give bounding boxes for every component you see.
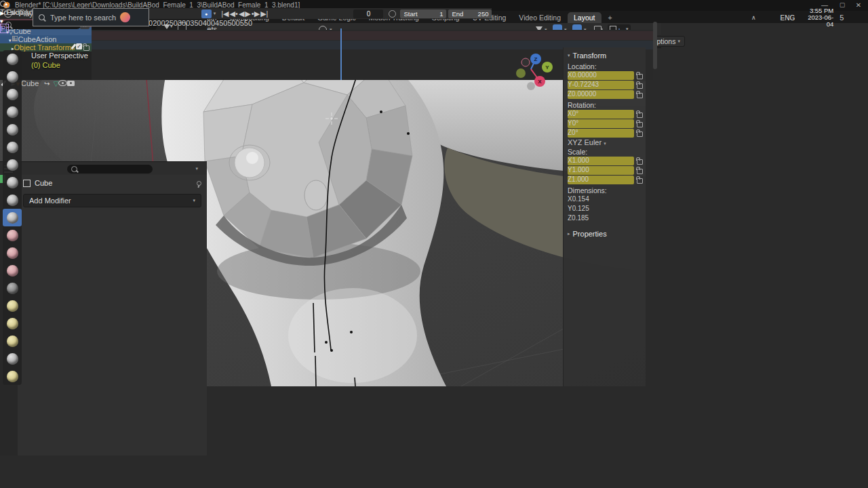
properties-panel-header[interactable]: ▸ Properties — [568, 228, 643, 239]
workspace-tab-video-editing[interactable]: Video Editing — [513, 12, 567, 23]
lock-icon[interactable] — [637, 159, 643, 165]
location-fields: X0.00000Y-0.72243Z0.00000 — [568, 71, 643, 99]
current-frame-field[interactable]: 0 — [353, 9, 383, 18]
playback-transport: |◀◀•◀▶•▶▶| — [221, 9, 268, 18]
location-label: Location: — [568, 61, 643, 70]
brush-draw-sharp[interactable] — [3, 68, 22, 85]
brush-layer[interactable] — [3, 138, 22, 156]
brush-fill-icon — [7, 247, 18, 259]
rot-z-field[interactable]: Z0° — [568, 129, 634, 138]
brush-inflate-icon — [7, 159, 18, 171]
brush-crease[interactable] — [3, 191, 22, 209]
brush-draw[interactable] — [3, 50, 22, 68]
outliner-item-label: Cube — [21, 79, 39, 87]
rotation-mode-value: XYZ Euler — [568, 138, 601, 146]
loc-x-field[interactable]: X0.00000 — [568, 71, 634, 80]
lock-icon[interactable] — [637, 113, 643, 118]
sidebar-transform-panel: ▾ Transform Location: X0.00000Y-0.72243Z… — [563, 47, 646, 386]
maximize-button[interactable]: ▢ — [835, 1, 849, 8]
scale-fields: X1.000Y1.000Z1.000 — [568, 157, 643, 184]
brush-scrape[interactable] — [3, 262, 22, 279]
brush-snake-hook[interactable] — [3, 350, 22, 367]
brush-crease-icon — [7, 195, 18, 206]
rot-y-field[interactable]: Y0° — [568, 119, 634, 128]
properties-pin-icon[interactable] — [197, 181, 201, 186]
language-indicator[interactable]: ENG — [781, 14, 795, 22]
lock-icon[interactable] — [637, 178, 643, 184]
brush-clay-thumb[interactable] — [3, 121, 22, 138]
outliner-row-cube[interactable]: ▸▼Cube↪▽ — [0, 79, 207, 88]
jump-to-end-button[interactable]: ▶| — [260, 9, 268, 18]
playhead[interactable] — [340, 28, 342, 80]
dim-x-field[interactable]: X0.154 — [568, 195, 643, 204]
constraint-icon: ↪ — [44, 80, 50, 87]
brush-clay-icon — [7, 89, 18, 100]
scale-x-field[interactable]: X1.000 — [568, 157, 634, 165]
scale-z-field[interactable]: Z1.000 — [568, 176, 634, 184]
tray-chevron-icon[interactable]: ∧ — [751, 14, 756, 21]
breadcrumb-object-name[interactable]: Cube — [35, 179, 193, 187]
properties-caret-icon: ▸ — [568, 231, 570, 237]
dimension-fields: X0.154Y0.125Z0.185 — [568, 195, 643, 223]
lock-icon[interactable] — [637, 93, 643, 98]
lock-icon[interactable] — [637, 169, 643, 174]
brush-elastic-deform[interactable] — [3, 332, 22, 350]
dim-z-field[interactable]: Z0.185 — [568, 214, 643, 223]
timeline-scrollbar[interactable] — [653, 22, 657, 69]
auto-keying-record-button[interactable]: ● — [201, 9, 212, 18]
clock[interactable]: 3:55 PM2023-06-04 — [801, 7, 833, 28]
brush-fill[interactable] — [3, 244, 22, 262]
brush-multiplane-scrape[interactable] — [3, 279, 22, 297]
brush-inflate[interactable] — [3, 156, 22, 174]
panel-caret-icon: ▾ — [568, 53, 570, 58]
play-reverse-button[interactable]: ◀ — [239, 9, 244, 18]
start-button[interactable] — [0, 8, 31, 27]
disable-render-icon[interactable] — [67, 81, 75, 86]
brush-clay[interactable] — [3, 85, 22, 103]
lock-icon[interactable] — [637, 83, 643, 89]
navigation-gizmo[interactable]: Z Y X — [509, 50, 553, 94]
loc-z-field[interactable]: Z0.00000 — [568, 90, 634, 99]
lock-icon[interactable] — [637, 131, 643, 137]
rot-x-field[interactable]: X0° — [568, 110, 634, 119]
channel-lock-icon[interactable] — [83, 45, 90, 51]
rotation-label: Rotation: — [568, 100, 643, 109]
brush-smooth[interactable] — [3, 209, 22, 226]
brush-thumb[interactable] — [3, 367, 22, 385]
windows-taskbar: Type here to search ▶♥Pr ∧ ENG 3:55 PM20… — [0, 8, 9, 33]
channel-enable-checkbox[interactable]: ✓ — [76, 43, 82, 49]
next-keyframe-button[interactable]: •▶ — [252, 9, 260, 18]
loc-y-field[interactable]: Y-0.72243 — [568, 81, 634, 89]
workspace-add-tab[interactable]: + — [602, 12, 618, 23]
dim-y-field[interactable]: Y0.125 — [568, 205, 643, 214]
brush-blob[interactable] — [3, 174, 22, 191]
scale-y-field[interactable]: Y1.000 — [568, 166, 634, 175]
svg-text:Y: Y — [545, 64, 549, 70]
brush-pinch[interactable] — [3, 297, 22, 314]
brush-clay-strips[interactable] — [3, 103, 22, 121]
transform-panel-header[interactable]: ▾ Transform — [568, 50, 643, 61]
play-button[interactable]: ▶ — [245, 9, 250, 18]
search-placeholder: Type here to search — [50, 14, 116, 22]
workspace-tab-layout[interactable]: Layout — [568, 12, 601, 23]
brush-grab[interactable] — [3, 314, 22, 332]
hide-viewport-icon[interactable] — [58, 80, 67, 86]
panel-title: Transform — [573, 52, 607, 60]
ruler-tick-450: 450 — [215, 19, 227, 27]
lock-icon[interactable] — [637, 74, 643, 79]
taskbar-search-input[interactable]: Type here to search — [33, 8, 149, 26]
frame-start-field[interactable]: Start1 — [400, 9, 446, 18]
rotation-mode-dropdown[interactable]: XYZ Euler ▾ — [568, 138, 643, 146]
frame-end-field[interactable]: End250 — [448, 9, 492, 18]
notification-center-icon[interactable]: 5 — [840, 14, 844, 22]
brush-flatten[interactable] — [3, 226, 22, 244]
properties-header: ▾ ▾ — [0, 161, 207, 176]
channel-cubeaction[interactable]: ▾CubeAction — [0, 35, 92, 43]
ruler-tick-400: 400 — [203, 19, 215, 27]
brush-flatten-icon — [7, 230, 18, 241]
jump-to-start-button[interactable]: |◀ — [221, 9, 229, 18]
add-modifier-dropdown[interactable]: Add Modifier ▾ — [23, 194, 201, 207]
lock-icon[interactable] — [637, 122, 643, 127]
prev-keyframe-button[interactable]: ◀• — [230, 9, 238, 18]
properties-search-input[interactable] — [67, 165, 153, 174]
